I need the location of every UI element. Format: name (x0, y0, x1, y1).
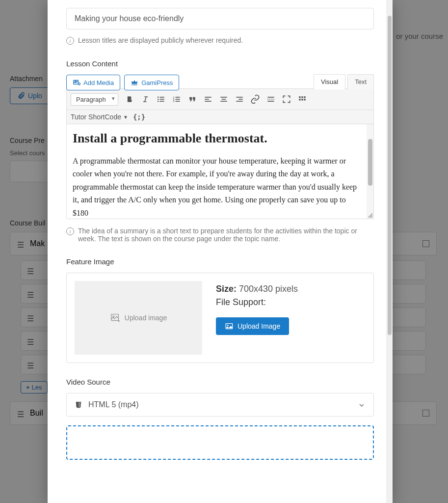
size-info: Size: 700x430 pixels (216, 284, 298, 294)
picture-icon (225, 322, 234, 330)
fullscreen-button[interactable] (279, 92, 294, 107)
svg-point-3 (158, 99, 159, 100)
svg-point-35 (227, 325, 229, 326)
svg-rect-28 (304, 96, 305, 98)
lesson-content-label: Lesson Content (66, 59, 374, 68)
svg-rect-17 (220, 97, 227, 98)
summary-hint: The idea of a summary is a short text to… (78, 227, 374, 243)
svg-rect-29 (299, 99, 300, 100)
svg-rect-22 (236, 101, 242, 102)
visual-tab[interactable]: Visual (314, 74, 345, 89)
svg-rect-20 (236, 97, 242, 98)
svg-point-4 (158, 101, 159, 102)
info-icon: i (66, 227, 74, 235)
editor-scrollbar-thumb[interactable] (368, 139, 372, 186)
svg-rect-18 (222, 99, 226, 100)
svg-rect-21 (238, 99, 242, 100)
svg-rect-26 (299, 96, 300, 98)
editor-scrollbar[interactable] (367, 124, 373, 219)
svg-rect-15 (205, 99, 209, 100)
insert-more-button[interactable] (264, 92, 278, 107)
info-icon: i (66, 37, 74, 45)
svg-rect-5 (159, 97, 164, 98)
content-heading[interactable]: Install a programmable thermostat. (73, 131, 362, 146)
modal-scrollbar[interactable] (386, 0, 393, 503)
resize-handle[interactable] (367, 212, 372, 218)
svg-rect-7 (159, 101, 164, 102)
format-select[interactable]: Paragraph (71, 93, 118, 106)
toolbar-toggle-button[interactable] (295, 92, 310, 107)
wysiwyg-editor: Paragraph 123 Tutor ShortCode ▼ (66, 88, 374, 219)
svg-rect-14 (205, 97, 211, 98)
svg-rect-11 (175, 97, 180, 98)
svg-rect-19 (220, 101, 227, 102)
upload-image-button[interactable]: Upload Image (216, 317, 289, 335)
title-hint: Lesson titles are displayed publicly whe… (78, 36, 243, 44)
svg-rect-23 (267, 97, 274, 98)
svg-rect-24 (267, 99, 274, 100)
svg-rect-12 (175, 99, 180, 100)
image-upload-dropzone[interactable]: Upload image (75, 281, 202, 355)
svg-rect-31 (304, 99, 305, 100)
svg-rect-16 (205, 101, 211, 102)
editor-toolbar-2: Tutor ShortCode ▼ {;} (67, 110, 373, 124)
link-button[interactable] (248, 92, 263, 107)
align-right-button[interactable] (232, 92, 247, 107)
editor-content-area[interactable]: Install a programmable thermostat. A pro… (67, 124, 373, 219)
svg-text:3: 3 (173, 100, 174, 103)
video-source-select[interactable]: HTML 5 (mp4) (66, 393, 374, 417)
align-left-button[interactable] (201, 92, 215, 107)
editor-toolbar: Paragraph 123 (67, 89, 373, 110)
svg-rect-30 (301, 99, 303, 100)
align-center-button[interactable] (216, 92, 231, 107)
lesson-title-input[interactable] (66, 8, 374, 29)
video-dropzone[interactable] (66, 425, 374, 460)
code-button[interactable]: {;} (133, 113, 145, 121)
svg-rect-13 (175, 101, 180, 102)
shortcode-dropdown[interactable]: Tutor ShortCode ▼ (71, 113, 128, 121)
svg-rect-25 (267, 101, 274, 102)
text-tab[interactable]: Text (347, 74, 374, 89)
bullet-list-button[interactable] (154, 92, 168, 107)
svg-point-2 (158, 97, 159, 98)
lesson-editor-modal: i Lesson titles are displayed publicly w… (48, 0, 393, 503)
bold-button[interactable] (122, 92, 137, 107)
video-source-label: Video Source (66, 378, 374, 386)
file-support-info: File Support: (216, 297, 298, 307)
blockquote-button[interactable] (185, 92, 200, 107)
svg-rect-6 (159, 99, 164, 100)
scrollbar-thumb[interactable] (388, 16, 392, 335)
numbered-list-button[interactable]: 123 (169, 92, 184, 107)
feature-image-label: Feature Image (66, 257, 374, 266)
chevron-down-icon (358, 401, 366, 409)
feature-image-card: Upload image Size: 700x430 pixels File S… (66, 273, 374, 363)
italic-button[interactable] (138, 92, 153, 107)
content-paragraph[interactable]: A programmable thermostat can monitor yo… (73, 155, 362, 219)
svg-rect-27 (301, 96, 303, 98)
image-icon (110, 312, 121, 323)
html5-icon (75, 400, 82, 409)
